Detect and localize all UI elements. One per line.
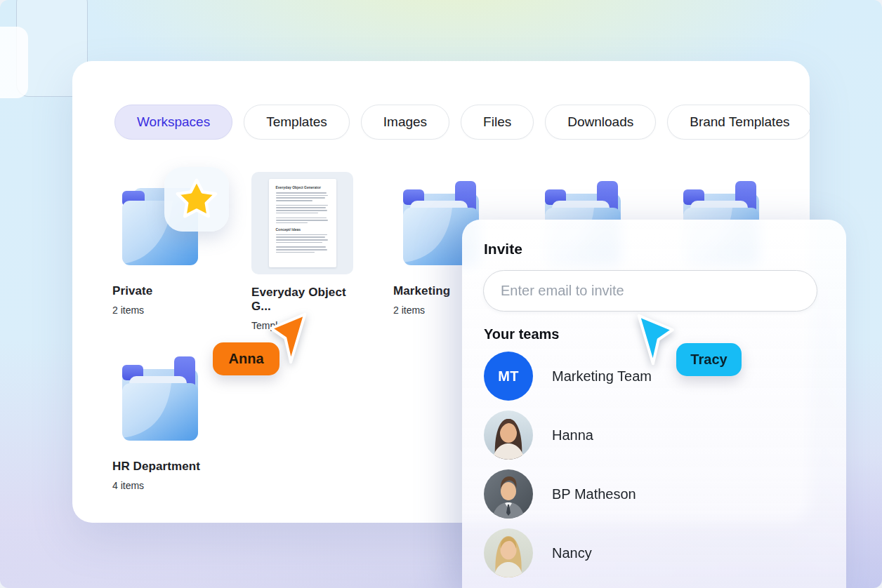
tile-name: Everyday Object G... xyxy=(251,286,364,314)
tile-name: HR Department xyxy=(112,460,225,474)
tab-files[interactable]: Files xyxy=(461,105,534,140)
doc-title: Everyday Object Generator xyxy=(276,185,329,189)
tab-downloads[interactable]: Downloads xyxy=(545,105,656,140)
anna-cursor-label: Anna xyxy=(213,342,279,375)
app-screenshot: Workspaces Templates Images Files Downlo… xyxy=(0,0,882,588)
favorite-badge xyxy=(164,167,229,232)
tab-workspaces[interactable]: Workspaces xyxy=(114,105,232,140)
team-member-list: MT Marketing Team Hanna xyxy=(484,352,821,587)
tile-name: Private xyxy=(112,284,225,298)
doc-section-title: Concept/ Ideas xyxy=(276,227,329,232)
your-teams-heading: Your teams xyxy=(484,326,559,342)
member-row-bp-matheson[interactable]: BP Matheson xyxy=(484,469,821,519)
tracy-cursor-arrow-icon xyxy=(636,312,675,367)
member-name: Marketing Team xyxy=(552,368,652,385)
invite-panel: Invite Your teams MT Marketing Team xyxy=(462,220,846,588)
tracy-cursor-label: Tracy xyxy=(676,343,742,376)
invite-email-input[interactable] xyxy=(483,270,817,312)
document-thumbnail: Everyday Object Generator Concept/ Ideas xyxy=(251,172,353,274)
invite-panel-title: Invite xyxy=(484,241,522,258)
workspace-tile-template[interactable]: Everyday Object Generator Concept/ Ideas… xyxy=(251,172,364,331)
avatar-marketing-team: MT xyxy=(484,352,533,401)
tile-meta: 4 items xyxy=(112,480,225,491)
background-tile-decoration xyxy=(0,27,28,98)
tab-images[interactable]: Images xyxy=(361,105,449,140)
tile-meta: 2 items xyxy=(112,305,225,316)
filter-tabs: Workspaces Templates Images Files Downlo… xyxy=(114,105,810,140)
star-icon xyxy=(173,177,220,222)
avatar-hanna xyxy=(484,410,533,460)
member-name: Hanna xyxy=(552,427,593,443)
member-row-nancy[interactable]: Nancy xyxy=(484,528,821,577)
tab-templates[interactable]: Templates xyxy=(244,105,350,140)
workspace-tile-hr-department[interactable]: HR Department 4 items xyxy=(112,351,225,491)
collaborator-cursor-tracy: Tracy xyxy=(636,312,675,370)
avatar-nancy xyxy=(484,528,533,577)
avatar-bp-matheson xyxy=(484,469,533,519)
tab-brand-templates[interactable]: Brand Templates xyxy=(667,105,810,140)
workspace-tile-private[interactable]: Private 2 items xyxy=(112,175,225,316)
member-row-hanna[interactable]: Hanna xyxy=(484,410,821,460)
member-name: BP Matheson xyxy=(552,486,636,502)
member-name: Nancy xyxy=(552,545,592,561)
folder-icon xyxy=(112,351,208,446)
collaborator-cursor-anna: Anna xyxy=(269,311,308,368)
